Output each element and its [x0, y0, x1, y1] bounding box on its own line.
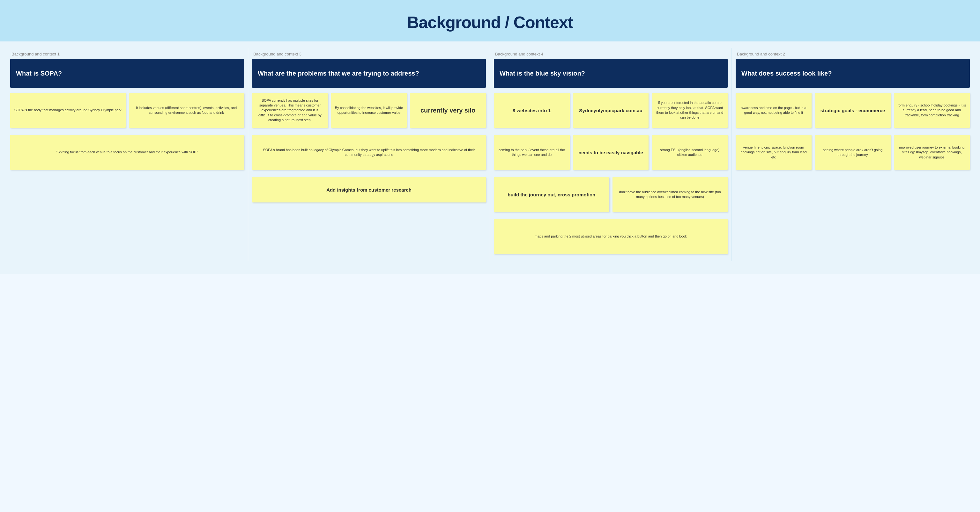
sticky-note[interactable]: By consolidating the websites, it will p… — [331, 93, 407, 128]
header: Background / Context — [0, 0, 980, 41]
column-header: What is SOPA? — [10, 59, 244, 88]
page-title: Background / Context — [6, 13, 974, 32]
sticky-note[interactable]: SOPA is the body that manages activity a… — [10, 93, 126, 128]
sticky-note[interactable]: 8 websites into 1 — [494, 93, 570, 128]
sticky-note[interactable]: coming to the park / event these are all… — [494, 135, 570, 170]
sticky-note[interactable]: SOPA currently has multiple sites for se… — [252, 93, 328, 128]
column-label: Background and context 3 — [252, 48, 486, 59]
column-label: Background and context 4 — [494, 48, 728, 59]
column-label: Background and context 2 — [736, 48, 970, 59]
sticky-note[interactable]: SOPA's brand has been built on legacy of… — [252, 135, 486, 170]
sticky-note[interactable]: seeing where people are / aren't going t… — [815, 135, 891, 170]
column-3: Background and context 2What does succes… — [732, 48, 974, 261]
column-header: What are the problems that we are trying… — [252, 59, 486, 88]
sticky-row: venue hire, picnic space, function room … — [736, 135, 970, 170]
column-1: Background and context 3What are the pro… — [248, 48, 490, 261]
sticky-note[interactable]: "Shifting focus from each venue to a foc… — [10, 135, 244, 170]
column-label: Background and context 1 — [10, 48, 244, 59]
sticky-note[interactable]: strong ESL (english second language) cit… — [652, 135, 728, 170]
sticky-note[interactable]: improved user journey to external bookin… — [894, 135, 970, 170]
sticky-row: coming to the park / event these are all… — [494, 135, 728, 170]
sticky-row: SOPA's brand has been built on legacy of… — [252, 135, 486, 170]
sticky-note[interactable]: It includes venues (different sport cent… — [129, 93, 244, 128]
column-0: Background and context 1What is SOPA?SOP… — [6, 48, 248, 261]
sticky-note[interactable]: form enquiry - school holiday bookings -… — [894, 93, 970, 128]
sticky-note[interactable]: maps and parking the 2 most utilised are… — [494, 219, 728, 254]
sticky-row: 8 websites into 1Sydneyolympicpark.com.a… — [494, 93, 728, 128]
sticky-note[interactable]: build the journey out, cross promotion — [494, 177, 609, 212]
sticky-note[interactable]: venue hire, picnic space, function room … — [736, 135, 811, 170]
sticky-row: "Shifting focus from each venue to a foc… — [10, 135, 244, 170]
sticky-note[interactable]: Add insights from customer research — [252, 177, 486, 203]
sticky-row: SOPA is the body that manages activity a… — [10, 93, 244, 128]
sticky-row: maps and parking the 2 most utilised are… — [494, 219, 728, 254]
sticky-note[interactable]: If you are interested in the aquatic cen… — [652, 93, 728, 128]
sticky-note[interactable]: currently very silo — [410, 93, 486, 128]
column-header: What is the blue sky vision? — [494, 59, 728, 88]
sticky-note[interactable]: strategic goals - ecommerce — [815, 93, 891, 128]
board: Background and context 1What is SOPA?SOP… — [0, 41, 980, 274]
sticky-row: awareness and time on the page - but in … — [736, 93, 970, 128]
sticky-note[interactable]: awareness and time on the page - but in … — [736, 93, 811, 128]
column-2: Background and context 4What is the blue… — [490, 48, 732, 261]
sticky-row: Add insights from customer research — [252, 177, 486, 203]
sticky-note[interactable]: Sydneyolympicpark.com.au — [573, 93, 649, 128]
sticky-note[interactable]: don't have the audience overwhelmed comi… — [612, 177, 728, 212]
column-header: What does success look like? — [736, 59, 970, 88]
sticky-row: build the journey out, cross promotiondo… — [494, 177, 728, 212]
sticky-row: SOPA currently has multiple sites for se… — [252, 93, 486, 128]
sticky-note[interactable]: needs to be easily navigable — [573, 135, 649, 170]
